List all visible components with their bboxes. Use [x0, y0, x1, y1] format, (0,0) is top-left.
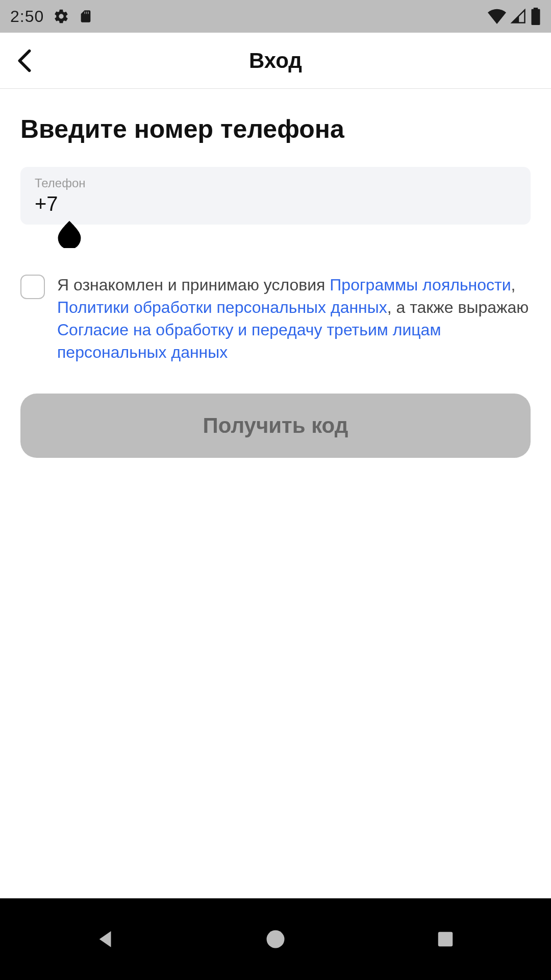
phone-value: +7	[35, 192, 516, 215]
phone-input[interactable]: Телефон +7	[20, 167, 531, 225]
square-recent-icon	[436, 929, 455, 949]
loyalty-program-link[interactable]: Программы лояльности	[330, 276, 511, 294]
consent-checkbox[interactable]	[20, 275, 45, 299]
app-header: Вход	[0, 33, 551, 89]
consent-text-part: Я ознакомлен и принимаю условия	[57, 276, 330, 294]
gear-icon	[53, 8, 69, 24]
battery-icon	[531, 8, 541, 25]
circle-home-icon	[265, 928, 286, 950]
main-content: Введите номер телефона Телефон +7 Я озна…	[0, 89, 551, 458]
status-right	[488, 8, 541, 25]
status-bar: 2:50	[0, 0, 551, 33]
cell-signal-icon	[510, 9, 527, 24]
status-time: 2:50	[10, 7, 44, 26]
svg-rect-1	[438, 932, 453, 947]
data-consent-link[interactable]: Согласие на обработку и передачу третьим…	[57, 321, 441, 361]
status-left: 2:50	[10, 7, 93, 26]
sd-card-icon	[79, 8, 93, 24]
wifi-icon	[488, 9, 506, 24]
nav-recent-button[interactable]	[394, 914, 496, 965]
page-title: Вход	[14, 48, 537, 73]
nav-back-button[interactable]	[55, 914, 157, 965]
system-nav-bar	[0, 898, 551, 980]
phone-label: Телефон	[35, 176, 516, 190]
nav-home-button[interactable]	[224, 914, 327, 965]
text-cursor-handle-icon[interactable]	[55, 219, 84, 248]
back-button[interactable]	[14, 48, 35, 74]
prompt-text: Введите номер телефона	[20, 115, 531, 143]
svg-point-0	[266, 930, 284, 948]
consent-row: Я ознакомлен и принимаю условия Программ…	[20, 274, 531, 364]
chevron-left-icon	[17, 49, 32, 72]
privacy-policy-link[interactable]: Политики обработки персональных данных	[57, 298, 387, 316]
triangle-back-icon	[95, 928, 116, 950]
get-code-button[interactable]: Получить код	[20, 394, 531, 458]
consent-sep: ,	[511, 276, 516, 294]
consent-text: Я ознакомлен и принимаю условия Программ…	[57, 274, 531, 364]
consent-sep: , а также выражаю	[387, 298, 529, 316]
